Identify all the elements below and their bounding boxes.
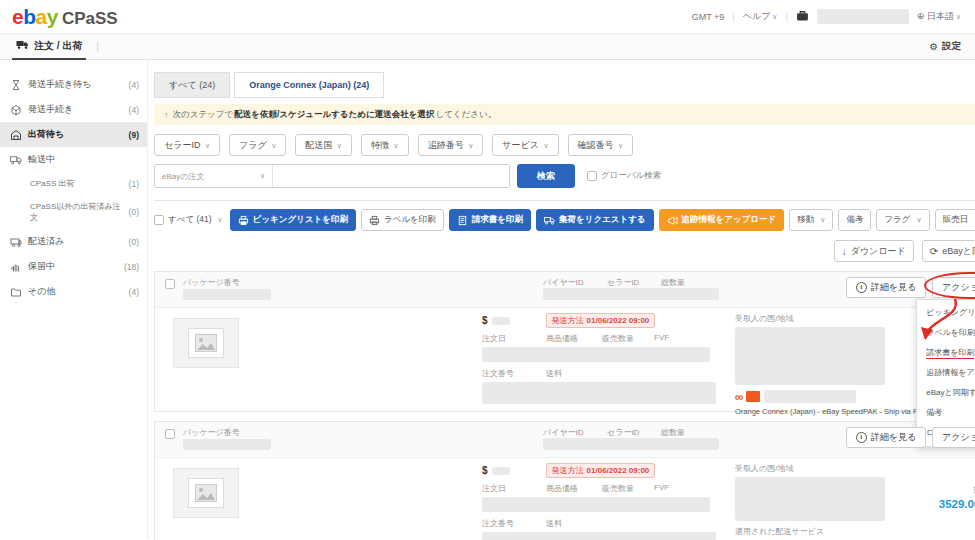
applied-service-label: 適用された配送サービス — [735, 526, 975, 537]
item-price-label: 商品価格 — [546, 483, 602, 494]
currency-symbol: $ — [482, 465, 488, 476]
print-picking-list-button[interactable]: ピッキングリストを印刷 — [230, 209, 356, 231]
filter-seller-id[interactable]: セラーID ∨ — [154, 134, 220, 156]
ship-by-badge: 発送方法01/06/2022 09:00 — [546, 313, 656, 328]
checkbox — [587, 171, 597, 181]
orange-connex-logo: ∞ — [735, 392, 742, 402]
sidebar-item-awaiting-processing[interactable]: 発送手続き待ち(4) — [0, 72, 147, 97]
order-checkbox[interactable] — [165, 279, 175, 289]
nav-divider: | — [96, 41, 99, 52]
menu-item-upload-tracking[interactable]: 追跡情報をアップロード — [917, 363, 975, 383]
estimated-shipping-label: 推定送料 — [939, 484, 975, 495]
package-number-label: パッケージ番号 — [183, 277, 240, 288]
filter-ship-country[interactable]: 配送国 ∨ — [295, 134, 352, 156]
sidebar-item-in-transit[interactable]: 輸送中 — [0, 147, 147, 172]
cpass-app: ebayCPaSS GMT +9 | ヘルプ∨ | ⊕ 日本語∨ 注文 / 出荷… — [0, 0, 975, 540]
download-button[interactable]: ↓ダウンロード — [834, 240, 914, 262]
chevron-down-icon: ∨ — [468, 142, 473, 149]
select-all-dropdown[interactable]: すべて (41)∨ — [154, 214, 223, 226]
menu-item-note[interactable]: 備考 — [917, 403, 975, 423]
checkbox — [154, 215, 164, 225]
carrier-select-alert: ↑ 次のステップで配送を依頼/スケジュールするために運送会社を選択してください。… — [154, 104, 975, 125]
orders-main: すべて (24) Orange Connex (Japan) (24) ↑ 次の… — [148, 60, 975, 539]
fvf-label: FVF — [654, 333, 669, 344]
filter-confirmation-number[interactable]: 確認番号 ∨ — [568, 134, 634, 156]
secondary-action-row: ↓ダウンロード ⟳eBayと同期する — [154, 240, 975, 262]
search-button[interactable]: 検索 — [517, 164, 575, 188]
chevron-down-icon: ∨ — [394, 142, 399, 149]
settings-button[interactable]: ⚙ 設定 — [929, 40, 961, 53]
sale-date-dropdown[interactable]: 販売日∨ — [935, 209, 975, 231]
filter-tracking-number[interactable]: 追跡番号 ∨ — [418, 134, 484, 156]
account-name-redacted[interactable] — [817, 9, 909, 24]
briefcase-icon[interactable] — [796, 9, 809, 24]
menu-item-print-label[interactable]: ラベルを印刷 — [917, 323, 975, 343]
view-details-button[interactable]: i詳細を見る — [846, 427, 926, 448]
view-details-button[interactable]: i詳細を見る — [846, 277, 926, 298]
global-search-checkbox[interactable]: グローバル検索 — [587, 170, 661, 182]
order-date-label: 注文日 — [482, 483, 546, 494]
sync-ebay-button[interactable]: ⟳eBayと同期する — [922, 240, 975, 262]
item-thumbnail[interactable] — [173, 318, 239, 368]
sidebar-item-processing[interactable]: 発送手続き(4) — [0, 97, 147, 122]
chevron-down-icon: ∨ — [956, 13, 961, 20]
order-values-redacted — [482, 497, 710, 512]
sidebar-item-delivered[interactable]: 配送済み(0) — [0, 229, 147, 254]
tab-orders-shipments[interactable]: 注文 / 出荷 — [12, 34, 86, 60]
tab-all[interactable]: すべて (24) — [154, 72, 230, 98]
search-category-select[interactable]: eBayの注文∨ — [155, 165, 273, 187]
filter-row: セラーID ∨ フラグ ∨ 配送国 ∨ 特徴 ∨ 追跡番号 ∨ サービス ∨ 確… — [154, 134, 975, 156]
buyer-id-label: バイヤーID — [543, 427, 584, 438]
print-label-button[interactable]: ラベルを印刷 — [361, 209, 444, 231]
item-thumbnail[interactable] — [173, 468, 239, 518]
sidebar-item-cpass-shipments[interactable]: CPaSS 出荷(1) — [0, 172, 147, 195]
menu-item-print-picking-list[interactable]: ピッキングリストを印刷 — [917, 303, 975, 323]
folder-icon — [10, 286, 22, 298]
currency-symbol: $ — [482, 315, 488, 326]
timezone-label: GMT +9 — [692, 12, 725, 22]
info-icon: i — [856, 282, 867, 293]
menu-item-print-invoice[interactable]: 請求書を印刷 — [917, 343, 975, 363]
filter-attributes[interactable]: 特徴 ∨ — [361, 134, 409, 156]
order-date-label: 注文日 — [482, 333, 546, 344]
ebay-cpass-logo[interactable]: ebayCPaSS — [12, 5, 118, 29]
filter-flag[interactable]: フラグ ∨ — [229, 134, 286, 156]
help-menu[interactable]: ヘルプ∨ — [743, 10, 778, 23]
order-card-2: パッケージ番号 バイヤーID セラーID 総数量 1 i詳細を見る アクション∨ — [154, 421, 975, 540]
seller-id-label: セラーID — [607, 427, 639, 438]
sidebar-item-non-cpass-shipped[interactable]: CPaSS以外の出荷済み注文(0) — [0, 195, 147, 229]
hourglass-icon — [10, 79, 22, 91]
tab-orange-connex-japan[interactable]: Orange Connex (Japan) (24) — [234, 72, 384, 98]
chevron-down-icon: ∨ — [205, 142, 210, 149]
download-icon: ↓ — [842, 246, 847, 257]
order-checkbox[interactable] — [165, 429, 175, 439]
truck-icon — [16, 39, 29, 52]
package-number-redacted — [183, 289, 271, 300]
filter-service[interactable]: サービス ∨ — [492, 134, 558, 156]
print-invoice-button[interactable]: 請求書を印刷 — [449, 209, 531, 231]
sold-qty-label: 販売数量 — [602, 333, 654, 344]
move-dropdown[interactable]: 移動∨ — [789, 209, 833, 231]
menu-item-sync-ebay[interactable]: eBayと同期する — [917, 383, 975, 403]
sidebar-item-awaiting-shipment[interactable]: 出荷待ち(9) — [0, 122, 147, 147]
chevron-down-icon: ∨ — [543, 142, 548, 149]
sidebar-item-on-hold[interactable]: 保留中(18) — [0, 254, 147, 279]
request-pickup-button[interactable]: 集荷をリクエストする — [536, 209, 654, 231]
buyer-seller-redacted — [543, 438, 719, 450]
carrier-tabs: すべて (24) Orange Connex (Japan) (24) — [154, 72, 975, 98]
order-values-redacted — [482, 347, 710, 362]
search-input[interactable] — [273, 165, 509, 187]
sold-qty-label: 販売数量 — [602, 483, 654, 494]
divider: | — [785, 12, 787, 22]
alert-text: 次のステップで配送を依頼/スケジュールするために運送会社を選択してください。 — [173, 109, 497, 121]
note-button[interactable]: 備考 — [838, 209, 871, 231]
actions-dropdown-button[interactable]: アクション∨ — [932, 277, 975, 298]
delivery-truck-icon — [10, 236, 22, 248]
language-menu[interactable]: ⊕ 日本語∨ — [917, 10, 961, 23]
sidebar-item-others[interactable]: その他(4) — [0, 279, 147, 304]
actions-dropdown-button[interactable]: アクション∨ — [932, 427, 975, 448]
package-number-redacted — [183, 439, 271, 450]
order-number-label: 注文番号 — [482, 518, 546, 529]
flag-dropdown[interactable]: フラグ∨ — [876, 209, 929, 231]
upload-tracking-button[interactable]: 追跡情報をアップロード — [659, 209, 785, 231]
